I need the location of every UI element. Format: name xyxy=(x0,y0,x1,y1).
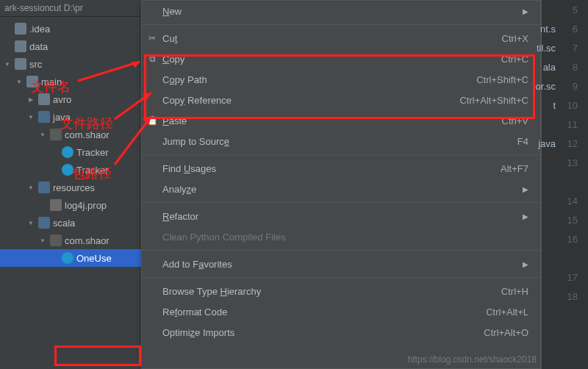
tree-item-com-shaor[interactable]: com.shaor xyxy=(0,126,141,143)
menu-item-shortcut: F4 xyxy=(517,136,528,147)
tree-item-label: scala xyxy=(53,218,75,229)
menu-icon: 📋 xyxy=(146,115,158,126)
menu-item-copy-reference[interactable]: Copy ReferenceCtrl+Alt+Shift+C xyxy=(142,90,540,110)
line-number: 10 xyxy=(542,96,588,115)
tree-arrow-icon xyxy=(50,165,59,174)
menu-item-label: Find Usages xyxy=(162,163,501,174)
menu-item-shortcut: Ctrl+X xyxy=(502,33,528,44)
tree-arrow-icon xyxy=(50,148,59,157)
menu-item-shortcut: Alt+F7 xyxy=(501,163,528,174)
tree-arrow-icon xyxy=(3,60,12,68)
tree-item-label: log4j.prop xyxy=(65,200,107,211)
tree-item-tracker[interactable]: Tracker xyxy=(0,143,141,161)
line-number: 15 xyxy=(542,210,588,229)
menu-item-shortcut: Ctrl+Shift+C xyxy=(476,74,528,85)
menu-item-paste[interactable]: 📋PasteCtrl+V xyxy=(142,110,540,131)
tree-item-tracker[interactable]: Tracker xyxy=(0,161,141,179)
menu-item-label: Analyze xyxy=(162,184,517,195)
menu-item-label: Copy Path xyxy=(162,74,476,85)
menu-item-new[interactable]: New▶ xyxy=(142,1,540,21)
menu-item-refactor[interactable]: Refactor▶ xyxy=(142,206,540,226)
file-icon xyxy=(50,199,62,211)
tree-item-main[interactable]: main xyxy=(0,73,141,90)
tree-item-java[interactable]: java xyxy=(0,108,141,126)
tree-item-label: java xyxy=(53,112,71,123)
project-sidebar: ark-sessioncut D:\pr .ideadatasrcmainavr… xyxy=(0,0,141,369)
tree-item-label: Tracker xyxy=(76,165,109,176)
class-icon xyxy=(62,252,74,264)
tree-item-label: OneUse xyxy=(76,253,112,264)
tree-arrow-icon xyxy=(3,24,12,33)
folder-s-icon xyxy=(38,111,50,123)
tree-item-src[interactable]: src xyxy=(0,55,141,73)
menu-item-label: Browse Type Hierarchy xyxy=(162,286,501,297)
tree-item-log4j-prop[interactable]: log4j.prop xyxy=(0,196,141,214)
tree-item-scala[interactable]: scala xyxy=(0,214,141,232)
menu-item-add-to-favorites[interactable]: Add to Favorites▶ xyxy=(142,254,540,274)
tree-item--idea[interactable]: .idea xyxy=(0,20,141,37)
line-number: 11 xyxy=(542,115,588,134)
menu-item-jump-to-source[interactable]: Jump to SourceF4 xyxy=(142,131,540,151)
folder-s-icon xyxy=(38,217,50,229)
class-icon xyxy=(62,164,74,176)
menu-item-find-usages[interactable]: Find UsagesAlt+F7 xyxy=(142,158,540,179)
editor-tab-fragment: t xyxy=(553,100,556,111)
menu-item-label: Copy Reference xyxy=(162,95,459,106)
editor-tab-fragment: nt.s xyxy=(540,24,556,35)
tree-item-label: .idea xyxy=(29,24,50,35)
tree-item-data[interactable]: data xyxy=(0,37,141,55)
menu-item-shortcut: Ctrl+Alt+O xyxy=(484,327,528,338)
line-number: 18 xyxy=(542,287,588,306)
menu-separator xyxy=(142,277,540,278)
line-number: 13 xyxy=(542,153,588,172)
menu-item-analyze[interactable]: Analyze▶ xyxy=(142,179,540,199)
folder-icon xyxy=(15,58,26,70)
menu-item-shortcut: Ctrl+C xyxy=(501,54,528,65)
tree-arrow-icon xyxy=(38,130,47,139)
tree-arrow-icon xyxy=(38,236,47,245)
menu-item-clean-python-compiled-files: Clean Python Compiled Files xyxy=(142,226,540,247)
menu-separator xyxy=(142,154,540,155)
line-number: 16 xyxy=(542,229,588,248)
menu-item-copy-path[interactable]: Copy PathCtrl+Shift+C xyxy=(142,69,540,90)
tree-arrow-icon xyxy=(26,218,35,227)
tree-item-avro[interactable]: avro xyxy=(0,90,141,108)
line-number xyxy=(542,172,588,191)
tree-item-label: com.shaor xyxy=(65,235,110,246)
line-number: 14 xyxy=(542,191,588,210)
menu-item-label: Optimize Imports xyxy=(162,327,484,338)
menu-item-reformat-code[interactable]: Reformat CodeCtrl+Alt+L xyxy=(142,301,540,322)
menu-icon: ⧉ xyxy=(146,53,158,65)
project-tree: .ideadatasrcmainavrojavacom.shaorTracker… xyxy=(0,17,141,267)
menu-item-copy[interactable]: ⧉CopyCtrl+C xyxy=(142,49,540,69)
tree-item-oneuse[interactable]: OneUse xyxy=(0,249,141,267)
submenu-arrow-icon: ▶ xyxy=(523,212,528,221)
tree-item-label: main xyxy=(41,76,62,87)
tree-item-label: src xyxy=(29,59,42,70)
tree-arrow-icon xyxy=(50,254,59,262)
folder-icon xyxy=(15,40,26,52)
tree-item-label: com.shaor xyxy=(65,129,110,140)
submenu-arrow-icon: ▶ xyxy=(523,185,528,193)
submenu-arrow-icon: ▶ xyxy=(523,260,528,268)
tree-item-label: Tracker xyxy=(76,147,109,158)
tree-arrow-icon xyxy=(26,95,35,104)
editor-gutter: 56nt.s7til.sc8ala9or.sc10t1112java131415… xyxy=(541,0,588,369)
line-number: 5 xyxy=(542,0,588,19)
menu-item-optimize-imports[interactable]: Optimize ImportsCtrl+Alt+O xyxy=(142,322,540,343)
tree-arrow-icon xyxy=(26,183,35,192)
line-number: 17 xyxy=(542,268,588,287)
tree-arrow-icon xyxy=(3,42,12,51)
tree-item-label: resources xyxy=(53,182,95,193)
submenu-arrow-icon: ▶ xyxy=(523,7,528,15)
menu-item-browse-type-hierarchy[interactable]: Browse Type HierarchyCtrl+H xyxy=(142,281,540,301)
folder-icon xyxy=(38,93,50,105)
menu-separator xyxy=(142,250,540,251)
tree-item-com-shaor[interactable]: com.shaor xyxy=(0,232,141,249)
menu-separator xyxy=(142,202,540,203)
breadcrumb: ark-sessioncut D:\pr xyxy=(0,0,141,17)
line-number xyxy=(542,248,588,268)
tree-item-resources[interactable]: resources xyxy=(0,179,141,196)
tree-arrow-icon xyxy=(26,112,35,121)
menu-item-cut[interactable]: ✂CutCtrl+X xyxy=(142,28,540,49)
